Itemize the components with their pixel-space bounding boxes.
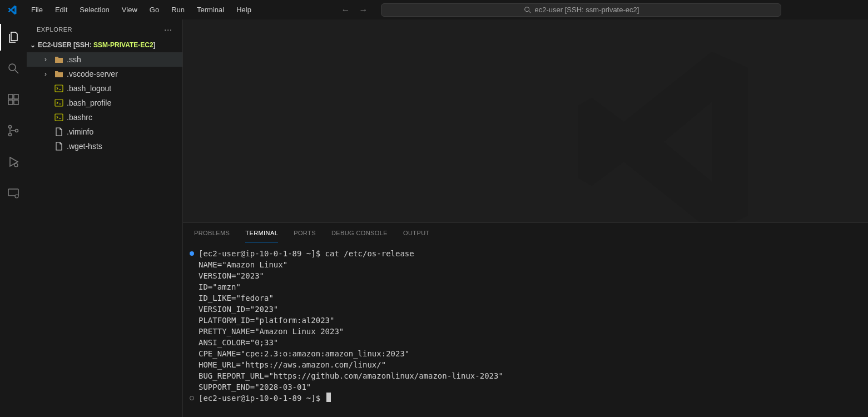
menu-terminal[interactable]: Terminal: [191, 3, 230, 16]
terminal-line: [ec2-user@ip-10-0-1-89 ~]$ cat /etc/os-r…: [199, 248, 414, 259]
svg-rect-16: [55, 114, 63, 121]
menu-view[interactable]: View: [116, 3, 143, 16]
terminal-line: SUPPORT_END="2028-03-01": [199, 381, 311, 393]
tree-item-bashrc[interactable]: .bashrc: [27, 110, 182, 125]
chevron-right-icon: ›: [44, 56, 53, 63]
vscode-logo-icon: [4, 2, 20, 18]
nav-arrows: ← →: [341, 5, 368, 15]
remote-icon: [7, 186, 20, 200]
panel: PROBLEMSTERMINALPORTSDEBUG CONSOLEOUTPUT…: [183, 222, 868, 417]
menu-help[interactable]: Help: [231, 3, 257, 16]
tree-item-label: .ssh: [67, 55, 81, 64]
command-center-text: ec2-user [SSH: ssm-private-ec2]: [535, 6, 639, 14]
workspace-header[interactable]: ⌄ EC2-USER [SSH: SSM-PRIVATE-EC2]: [27, 39, 182, 51]
tree-item-label: .viminfo: [67, 127, 93, 136]
svg-point-9: [9, 133, 12, 136]
terminal-line: ID_LIKE="fedora": [199, 292, 274, 304]
activity-explorer[interactable]: [0, 24, 27, 51]
panel-tabs: PROBLEMSTERMINALPORTSDEBUG CONSOLEOUTPUT: [183, 223, 868, 242]
terminal-line: VERSION="2023": [199, 270, 264, 281]
file-icon: [53, 142, 65, 151]
terminal-active-dot-icon: [190, 251, 194, 256]
activity-run-debug[interactable]: [0, 148, 27, 175]
svg-point-2: [9, 64, 16, 71]
files-icon: [7, 31, 20, 44]
command-center[interactable]: ec2-user [SSH: ssm-private-ec2]: [381, 3, 781, 17]
tree-item-viminfo[interactable]: .viminfo: [27, 125, 182, 139]
svg-rect-15: [55, 100, 63, 106]
workspace-name: EC2-USER: [38, 41, 72, 49]
search-icon: [524, 6, 532, 14]
terminal-idle-dot-icon: [190, 396, 194, 400]
tree-item-label: .wget-hsts: [67, 142, 102, 151]
chevron-right-icon: ›: [44, 70, 53, 78]
nav-back-icon[interactable]: ←: [341, 5, 350, 15]
svg-line-1: [528, 11, 530, 13]
panel-tab-problems[interactable]: PROBLEMS: [194, 223, 230, 242]
panel-tab-debug-console[interactable]: DEBUG CONSOLE: [331, 223, 388, 242]
file-tree: ›.ssh›.vscode-server.bash_logout.bash_pr…: [27, 51, 182, 155]
tree-item-wget-hsts[interactable]: .wget-hsts: [27, 139, 182, 153]
terminal-file-icon: [53, 85, 65, 92]
terminal-line: CPE_NAME="cpe:2.3:o:amazon:amazon_linux:…: [199, 348, 409, 359]
chevron-down-icon: ⌄: [30, 41, 36, 49]
tree-item-bash_profile[interactable]: .bash_profile: [27, 96, 182, 110]
play-icon: [7, 155, 20, 168]
sidebar: EXPLORER ··· ⌄ EC2-USER [SSH: SSM-PRIVAT…: [27, 19, 183, 417]
titlebar: File Edit Selection View Go Run Terminal…: [0, 0, 868, 19]
vscode-watermark-icon: [568, 42, 768, 222]
source-control-icon: [7, 124, 20, 137]
menubar: File Edit Selection View Go Run Terminal…: [26, 3, 257, 16]
panel-tab-terminal[interactable]: TERMINAL: [245, 223, 278, 242]
terminal-line: [ec2-user@ip-10-0-1-89 ~]$: [199, 393, 325, 404]
tree-item-vscode-server[interactable]: ›.vscode-server: [27, 67, 182, 81]
terminal-line: PRETTY_NAME="Amazon Linux 2023": [199, 326, 344, 337]
search-icon: [7, 62, 20, 75]
sidebar-more-icon[interactable]: ···: [164, 25, 172, 34]
panel-tab-ports[interactable]: PORTS: [294, 223, 316, 242]
svg-point-11: [14, 163, 18, 167]
tree-item-label: .bashrc: [67, 113, 92, 122]
terminal-line: BUG_REPORT_URL="https://github.com/amazo…: [199, 370, 503, 381]
terminal-file-icon: [53, 113, 65, 121]
svg-line-3: [15, 70, 18, 73]
folder-icon: [53, 56, 65, 63]
workspace-context-prefix: [SSH:: [72, 41, 93, 49]
terminal-line: ANSI_COLOR="0;33": [199, 337, 278, 348]
svg-rect-4: [8, 95, 13, 99]
svg-rect-6: [14, 100, 18, 105]
extensions-icon: [7, 93, 20, 106]
file-icon: [53, 127, 65, 136]
svg-point-10: [16, 130, 18, 132]
terminal-line: HOME_URL="https://aws.amazon.com/linux/": [199, 359, 386, 370]
terminal-line: ID="amzn": [199, 281, 241, 292]
activity-search[interactable]: [0, 55, 27, 82]
svg-point-13: [15, 195, 18, 198]
activity-source-control[interactable]: [0, 117, 27, 144]
terminal-file-icon: [53, 99, 65, 107]
terminal-view[interactable]: [ec2-user@ip-10-0-1-89 ~]$ cat /etc/os-r…: [183, 242, 868, 417]
tree-item-ssh[interactable]: ›.ssh: [27, 52, 182, 67]
terminal-line: PLATFORM_ID="platform:al2023": [199, 315, 334, 326]
activity-extensions[interactable]: [0, 86, 27, 113]
workspace-context-suffix: ]: [153, 41, 156, 49]
terminal-cursor: [326, 393, 331, 402]
tree-item-bash_logout[interactable]: .bash_logout: [27, 81, 182, 96]
nav-forward-icon[interactable]: →: [359, 5, 368, 15]
menu-file[interactable]: File: [26, 3, 48, 16]
tree-item-label: .bash_profile: [67, 98, 111, 107]
terminal-line: VERSION_ID="2023": [199, 304, 278, 315]
activitybar: [0, 19, 27, 417]
svg-point-8: [9, 126, 12, 128]
editor-area: [183, 19, 868, 222]
menu-run[interactable]: Run: [166, 3, 190, 16]
menu-go[interactable]: Go: [144, 3, 165, 16]
menu-edit[interactable]: Edit: [49, 3, 73, 16]
menu-selection[interactable]: Selection: [74, 3, 115, 16]
tree-item-label: .vscode-server: [67, 70, 118, 78]
panel-tab-output[interactable]: OUTPUT: [403, 223, 430, 242]
terminal-line: NAME="Amazon Linux": [199, 259, 287, 270]
activity-remote[interactable]: [0, 180, 27, 206]
svg-point-0: [524, 7, 529, 11]
sidebar-title: EXPLORER: [37, 26, 72, 33]
